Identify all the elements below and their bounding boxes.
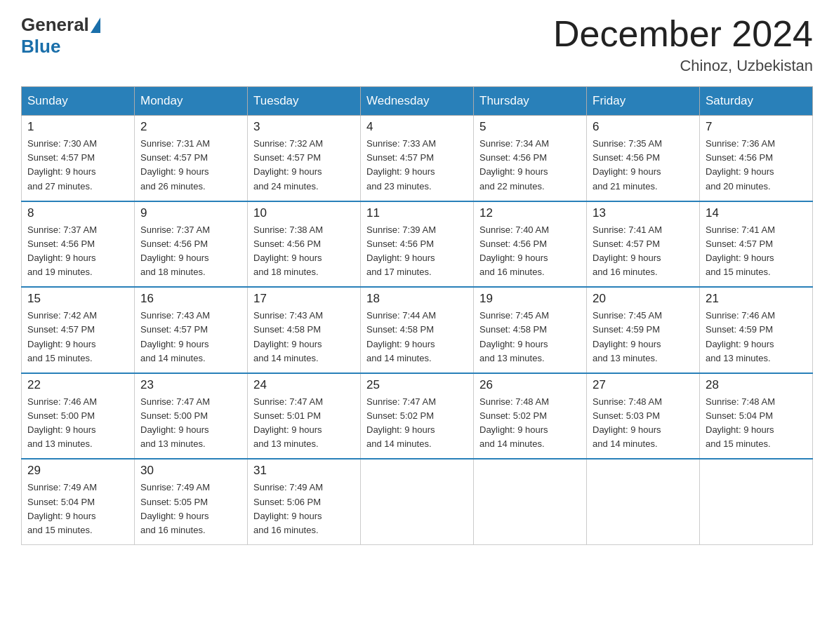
day-number: 7 <box>706 120 807 134</box>
title-area: December 2024 Chinoz, Uzbekistan <box>553 14 813 75</box>
day-number: 10 <box>253 206 355 220</box>
day-number: 4 <box>366 120 468 134</box>
day-info: Sunrise: 7:45 AMSunset: 4:58 PMDaylight:… <box>479 309 581 365</box>
weekday-header-saturday: Saturday <box>700 87 813 116</box>
day-info: Sunrise: 7:45 AMSunset: 4:59 PMDaylight:… <box>593 309 694 365</box>
weekday-header-monday: Monday <box>135 87 248 116</box>
day-info: Sunrise: 7:49 AMSunset: 5:04 PMDaylight:… <box>27 481 128 537</box>
calendar-cell: 14 Sunrise: 7:41 AMSunset: 4:57 PMDaylig… <box>700 201 813 288</box>
day-info: Sunrise: 7:37 AMSunset: 4:56 PMDaylight:… <box>140 223 241 280</box>
calendar-cell: 22 Sunrise: 7:46 AMSunset: 5:00 PMDaylig… <box>22 373 135 459</box>
calendar-cell: 9 Sunrise: 7:37 AMSunset: 4:56 PMDayligh… <box>135 201 248 288</box>
day-number: 16 <box>140 292 241 306</box>
calendar-cell: 10 Sunrise: 7:38 AMSunset: 4:56 PMDaylig… <box>248 201 361 288</box>
day-number: 26 <box>479 378 581 392</box>
day-info: Sunrise: 7:37 AMSunset: 4:56 PMDaylight:… <box>27 223 128 280</box>
day-info: Sunrise: 7:47 AMSunset: 5:00 PMDaylight:… <box>140 395 241 452</box>
day-number: 9 <box>140 206 241 220</box>
day-info: Sunrise: 7:49 AMSunset: 5:05 PMDaylight:… <box>140 481 241 537</box>
calendar-cell: 11 Sunrise: 7:39 AMSunset: 4:56 PMDaylig… <box>361 201 474 288</box>
header-row: SundayMondayTuesdayWednesdayThursdayFrid… <box>22 87 813 116</box>
day-info: Sunrise: 7:34 AMSunset: 4:56 PMDaylight:… <box>479 137 581 194</box>
calendar-cell: 29 Sunrise: 7:49 AMSunset: 5:04 PMDaylig… <box>22 459 135 544</box>
day-info: Sunrise: 7:31 AMSunset: 4:57 PMDaylight:… <box>140 137 241 194</box>
day-info: Sunrise: 7:32 AMSunset: 4:57 PMDaylight:… <box>253 137 355 194</box>
calendar-cell: 13 Sunrise: 7:41 AMSunset: 4:57 PMDaylig… <box>587 201 700 288</box>
day-info: Sunrise: 7:36 AMSunset: 4:56 PMDaylight:… <box>706 137 807 194</box>
calendar-cell: 5 Sunrise: 7:34 AMSunset: 4:56 PMDayligh… <box>474 116 587 201</box>
calendar-cell <box>361 459 474 544</box>
day-number: 22 <box>27 378 128 392</box>
day-info: Sunrise: 7:47 AMSunset: 5:02 PMDaylight:… <box>366 395 468 452</box>
day-info: Sunrise: 7:49 AMSunset: 5:06 PMDaylight:… <box>253 481 355 537</box>
week-row-3: 15 Sunrise: 7:42 AMSunset: 4:57 PMDaylig… <box>22 287 813 373</box>
calendar-cell: 19 Sunrise: 7:45 AMSunset: 4:58 PMDaylig… <box>474 287 587 373</box>
calendar-cell: 2 Sunrise: 7:31 AMSunset: 4:57 PMDayligh… <box>135 116 248 201</box>
day-info: Sunrise: 7:30 AMSunset: 4:57 PMDaylight:… <box>27 137 128 194</box>
day-number: 6 <box>593 120 694 134</box>
week-row-1: 1 Sunrise: 7:30 AMSunset: 4:57 PMDayligh… <box>22 116 813 201</box>
calendar-cell: 7 Sunrise: 7:36 AMSunset: 4:56 PMDayligh… <box>700 116 813 201</box>
day-info: Sunrise: 7:43 AMSunset: 4:58 PMDaylight:… <box>253 309 355 365</box>
day-info: Sunrise: 7:43 AMSunset: 4:57 PMDaylight:… <box>140 309 241 365</box>
day-info: Sunrise: 7:44 AMSunset: 4:58 PMDaylight:… <box>366 309 468 365</box>
weekday-header-sunday: Sunday <box>22 87 135 116</box>
day-info: Sunrise: 7:38 AMSunset: 4:56 PMDaylight:… <box>253 223 355 280</box>
calendar-cell: 31 Sunrise: 7:49 AMSunset: 5:06 PMDaylig… <box>248 459 361 544</box>
day-number: 2 <box>140 120 241 134</box>
weekday-header-tuesday: Tuesday <box>248 87 361 116</box>
week-row-2: 8 Sunrise: 7:37 AMSunset: 4:56 PMDayligh… <box>22 201 813 288</box>
calendar-cell <box>587 459 700 544</box>
calendar-cell: 18 Sunrise: 7:44 AMSunset: 4:58 PMDaylig… <box>361 287 474 373</box>
logo-triangle-icon <box>91 18 100 33</box>
weekday-header-thursday: Thursday <box>474 87 587 116</box>
day-number: 15 <box>27 292 128 306</box>
day-number: 17 <box>253 292 355 306</box>
day-number: 20 <box>593 292 694 306</box>
header: General Blue December 2024 Chinoz, Uzbek… <box>21 14 813 75</box>
calendar-cell: 20 Sunrise: 7:45 AMSunset: 4:59 PMDaylig… <box>587 287 700 373</box>
day-number: 25 <box>366 378 468 392</box>
week-row-5: 29 Sunrise: 7:49 AMSunset: 5:04 PMDaylig… <box>22 459 813 544</box>
calendar-cell: 28 Sunrise: 7:48 AMSunset: 5:04 PMDaylig… <box>700 373 813 459</box>
calendar-cell: 25 Sunrise: 7:47 AMSunset: 5:02 PMDaylig… <box>361 373 474 459</box>
day-number: 11 <box>366 206 468 220</box>
day-info: Sunrise: 7:41 AMSunset: 4:57 PMDaylight:… <box>706 223 807 280</box>
logo: General Blue <box>21 14 102 58</box>
calendar-cell: 8 Sunrise: 7:37 AMSunset: 4:56 PMDayligh… <box>22 201 135 288</box>
day-info: Sunrise: 7:48 AMSunset: 5:02 PMDaylight:… <box>479 395 581 452</box>
calendar-cell: 30 Sunrise: 7:49 AMSunset: 5:05 PMDaylig… <box>135 459 248 544</box>
day-info: Sunrise: 7:33 AMSunset: 4:57 PMDaylight:… <box>366 137 468 194</box>
day-info: Sunrise: 7:40 AMSunset: 4:56 PMDaylight:… <box>479 223 581 280</box>
logo-blue-text: Blue <box>21 36 60 57</box>
day-number: 27 <box>593 378 694 392</box>
weekday-header-wednesday: Wednesday <box>361 87 474 116</box>
logo-general-text: General <box>21 14 89 36</box>
day-info: Sunrise: 7:42 AMSunset: 4:57 PMDaylight:… <box>27 309 128 365</box>
day-number: 21 <box>706 292 807 306</box>
calendar-cell <box>700 459 813 544</box>
calendar-table: SundayMondayTuesdayWednesdayThursdayFrid… <box>21 86 813 545</box>
day-number: 24 <box>253 378 355 392</box>
day-info: Sunrise: 7:47 AMSunset: 5:01 PMDaylight:… <box>253 395 355 452</box>
day-info: Sunrise: 7:41 AMSunset: 4:57 PMDaylight:… <box>593 223 694 280</box>
day-info: Sunrise: 7:46 AMSunset: 4:59 PMDaylight:… <box>706 309 807 365</box>
calendar-cell: 1 Sunrise: 7:30 AMSunset: 4:57 PMDayligh… <box>22 116 135 201</box>
calendar-cell: 21 Sunrise: 7:46 AMSunset: 4:59 PMDaylig… <box>700 287 813 373</box>
calendar-cell <box>474 459 587 544</box>
calendar-cell: 16 Sunrise: 7:43 AMSunset: 4:57 PMDaylig… <box>135 287 248 373</box>
location-subtitle: Chinoz, Uzbekistan <box>553 57 813 75</box>
day-info: Sunrise: 7:48 AMSunset: 5:04 PMDaylight:… <box>706 395 807 452</box>
calendar-cell: 24 Sunrise: 7:47 AMSunset: 5:01 PMDaylig… <box>248 373 361 459</box>
calendar-cell: 26 Sunrise: 7:48 AMSunset: 5:02 PMDaylig… <box>474 373 587 459</box>
calendar-cell: 15 Sunrise: 7:42 AMSunset: 4:57 PMDaylig… <box>22 287 135 373</box>
day-number: 8 <box>27 206 128 220</box>
weekday-header-friday: Friday <box>587 87 700 116</box>
day-number: 19 <box>479 292 581 306</box>
day-number: 5 <box>479 120 581 134</box>
calendar-cell: 23 Sunrise: 7:47 AMSunset: 5:00 PMDaylig… <box>135 373 248 459</box>
day-number: 28 <box>706 378 807 392</box>
week-row-4: 22 Sunrise: 7:46 AMSunset: 5:00 PMDaylig… <box>22 373 813 459</box>
calendar-cell: 6 Sunrise: 7:35 AMSunset: 4:56 PMDayligh… <box>587 116 700 201</box>
calendar-cell: 3 Sunrise: 7:32 AMSunset: 4:57 PMDayligh… <box>248 116 361 201</box>
